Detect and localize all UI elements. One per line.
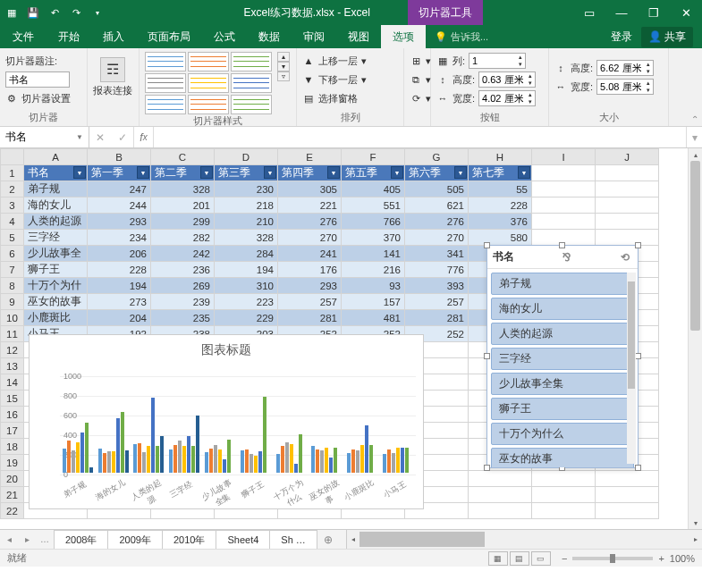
chart-bar[interactable]	[72, 450, 75, 473]
columns-input[interactable]	[469, 55, 516, 66]
table-cell[interactable]: 241	[278, 246, 342, 262]
scroll-right-icon[interactable]: ▸	[689, 530, 702, 549]
table-cell[interactable]: 405	[342, 181, 405, 197]
align-button[interactable]: ⊞▾	[410, 52, 431, 70]
new-sheet-icon[interactable]: ⊕	[317, 530, 339, 549]
row-header[interactable]: 9	[1, 294, 24, 310]
minimize-icon[interactable]: —	[605, 0, 638, 25]
table-cell[interactable]: 580	[469, 230, 532, 246]
filter-icon[interactable]: ▼	[391, 166, 403, 179]
slicer-item[interactable]: 人类的起源	[491, 323, 634, 345]
chart-bar[interactable]	[356, 450, 359, 473]
chart-bar[interactable]	[147, 446, 150, 473]
table-cell[interactable]: 551	[342, 197, 405, 214]
slicer-style-item[interactable]	[231, 95, 272, 114]
chart-bar[interactable]	[191, 446, 195, 473]
chart-bar[interactable]	[80, 433, 84, 473]
table-cell[interactable]: 284	[215, 246, 278, 262]
column-header[interactable]: A	[24, 149, 88, 165]
chart-bar[interactable]	[360, 445, 364, 473]
chart-bar[interactable]	[405, 448, 409, 473]
cell[interactable]	[532, 487, 596, 503]
cancel-formula-icon[interactable]: ✕	[96, 131, 105, 144]
table-cell[interactable]: 269	[151, 278, 215, 294]
filter-icon[interactable]: ▼	[264, 166, 276, 179]
row-header[interactable]: 1	[1, 165, 24, 181]
slicer-item[interactable]: 三字经	[491, 348, 634, 370]
row-header[interactable]: 12	[1, 342, 24, 358]
cell[interactable]	[596, 487, 659, 503]
expand-formula-icon[interactable]: ▾	[686, 127, 702, 147]
slicer-item[interactable]: 巫女的故事	[491, 448, 634, 467]
group-button[interactable]: ⧉▾	[410, 71, 431, 88]
qat-more-icon[interactable]: ▾	[89, 4, 106, 21]
slicer-style-gallery[interactable]	[145, 52, 272, 114]
chart-bar[interactable]	[138, 443, 141, 473]
table-header-cell[interactable]: 书名▼	[24, 165, 88, 181]
table-cell[interactable]: 157	[342, 294, 405, 310]
chart-bar[interactable]	[107, 451, 111, 473]
table-cell[interactable]: 228	[469, 197, 532, 214]
table-cell[interactable]: 293	[278, 278, 342, 294]
column-header[interactable]: G	[405, 149, 469, 165]
chart-bar[interactable]	[196, 416, 199, 473]
horizontal-scrollbar[interactable]: ◂ ▸	[346, 530, 702, 549]
table-cell[interactable]: 328	[215, 230, 278, 246]
filter-icon[interactable]: ▼	[73, 166, 86, 179]
tab-review[interactable]: 审阅	[292, 25, 336, 48]
chart-bar[interactable]	[223, 459, 226, 474]
tell-me[interactable]: 💡告诉我...	[435, 30, 488, 44]
table-header-cell[interactable]: 第二季▼	[151, 165, 215, 181]
slicer-style-item[interactable]	[188, 73, 229, 93]
slicer-style-item[interactable]	[231, 52, 272, 71]
row-header[interactable]: 3	[1, 197, 24, 214]
tab-insert[interactable]: 插入	[91, 25, 136, 48]
fx-icon[interactable]: fx	[134, 127, 154, 147]
chart-bar[interactable]	[281, 446, 284, 473]
chart-bar[interactable]	[250, 454, 253, 473]
slicer-style-item[interactable]	[188, 95, 229, 114]
cell[interactable]	[532, 503, 596, 519]
table-cell[interactable]: 270	[405, 230, 469, 246]
table-cell[interactable]: 229	[215, 310, 278, 326]
table-cell[interactable]: 281	[405, 310, 469, 326]
chart-bar[interactable]	[178, 441, 182, 473]
name-box[interactable]: ▼	[0, 127, 89, 147]
slicer-settings-button[interactable]: ⚙切片器设置	[5, 89, 71, 107]
table-cell[interactable]: 206	[88, 246, 151, 262]
size-width-input[interactable]	[597, 81, 644, 92]
table-cell[interactable]: 244	[88, 197, 151, 214]
row-header[interactable]: 21	[1, 487, 24, 503]
filter-icon[interactable]: ▼	[200, 166, 213, 179]
gallery-down-icon[interactable]: ▾	[277, 62, 290, 71]
table-cell[interactable]: 194	[215, 262, 278, 278]
row-header[interactable]: 2	[1, 181, 24, 197]
btn-width-input[interactable]	[479, 93, 526, 104]
tab-layout[interactable]: 页面布局	[136, 25, 202, 48]
sheet-tab[interactable]: 2010年	[163, 530, 216, 549]
chart-bar[interactable]	[387, 449, 391, 473]
scroll-up-icon[interactable]: ▴	[689, 148, 702, 161]
row-header[interactable]: 13	[1, 358, 24, 374]
slicer-item[interactable]: 狮子王	[491, 398, 634, 420]
column-header[interactable]: C	[151, 149, 215, 165]
chart-bar[interactable]	[121, 412, 124, 473]
vertical-scrollbar[interactable]: ▴ ▾	[688, 148, 702, 529]
sheet-tab[interactable]: 2009年	[108, 530, 162, 549]
table-cell[interactable]: 376	[469, 214, 532, 230]
table-cell[interactable]: 223	[215, 294, 278, 310]
column-header[interactable]: I	[532, 149, 596, 165]
table-cell[interactable]: 766	[342, 214, 405, 230]
table-cell[interactable]: 狮子王	[24, 262, 88, 278]
tab-home[interactable]: 开始	[47, 25, 91, 48]
chart-bar[interactable]	[276, 454, 280, 473]
row-header[interactable]: 18	[1, 439, 24, 455]
chart-bar[interactable]	[285, 442, 289, 473]
row-header[interactable]: 4	[1, 214, 24, 230]
sheet-nav-prev-icon[interactable]: ◂	[0, 530, 18, 549]
table-header-cell[interactable]: 第七季▼	[469, 165, 532, 181]
chart-bar[interactable]	[258, 451, 262, 473]
chart-bar[interactable]	[320, 450, 324, 473]
cell[interactable]	[469, 487, 532, 503]
table-cell[interactable]: 194	[88, 278, 151, 294]
